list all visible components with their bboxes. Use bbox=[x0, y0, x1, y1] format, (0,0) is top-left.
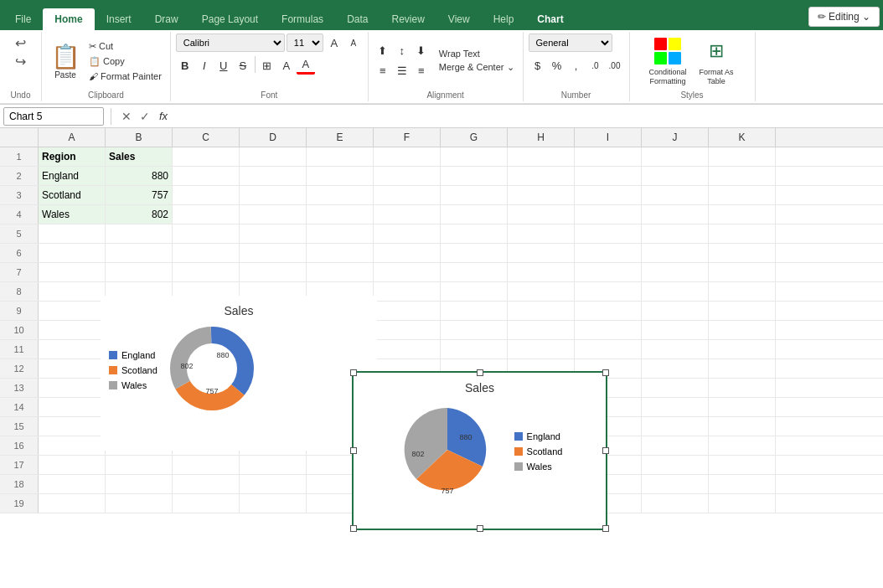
cell-a3[interactable]: Scotland bbox=[39, 186, 106, 204]
cell-h10[interactable] bbox=[508, 321, 575, 339]
cell-d19[interactable] bbox=[240, 494, 307, 513]
cell-e6[interactable] bbox=[307, 244, 374, 262]
cell-c6[interactable] bbox=[173, 244, 240, 262]
handle-tr[interactable] bbox=[602, 369, 609, 376]
copy-button[interactable]: 📋 Copy bbox=[85, 54, 165, 69]
format-table-button[interactable]: ⊞ Format As Table bbox=[695, 36, 737, 86]
editing-button[interactable]: ✏ Editing ⌄ bbox=[808, 7, 880, 27]
cell-e7[interactable] bbox=[307, 263, 374, 281]
cell-a5[interactable] bbox=[39, 224, 106, 243]
cell-k4[interactable] bbox=[709, 205, 776, 224]
handle-bl[interactable] bbox=[350, 525, 357, 532]
cell-j15[interactable] bbox=[642, 417, 709, 436]
bold-button[interactable]: B bbox=[176, 56, 194, 75]
merge-center-button[interactable]: Merge & Center ⌄ bbox=[436, 61, 518, 74]
cell-g5[interactable] bbox=[441, 224, 508, 243]
cell-j7[interactable] bbox=[642, 263, 709, 281]
decrease-decimal-button[interactable]: .0 bbox=[586, 56, 605, 75]
cell-j5[interactable] bbox=[642, 224, 709, 243]
cell-k7[interactable] bbox=[709, 263, 776, 281]
cell-g10[interactable] bbox=[441, 321, 508, 339]
cell-b4[interactable]: 802 bbox=[106, 205, 173, 224]
align-left-button[interactable]: ≡ bbox=[374, 62, 392, 80]
decrease-font-button[interactable]: A bbox=[344, 34, 363, 52]
cell-g6[interactable] bbox=[441, 244, 508, 262]
cell-h3[interactable] bbox=[508, 186, 575, 204]
cell-i5[interactable] bbox=[575, 224, 642, 243]
cell-j11[interactable] bbox=[642, 340, 709, 358]
cell-b18[interactable] bbox=[106, 475, 173, 493]
cut-button[interactable]: ✂ Cut bbox=[85, 39, 165, 54]
cell-k18[interactable] bbox=[709, 475, 776, 493]
cell-h7[interactable] bbox=[508, 263, 575, 281]
cell-i6[interactable] bbox=[575, 244, 642, 262]
cell-g4[interactable] bbox=[441, 205, 508, 224]
cell-c4[interactable] bbox=[173, 205, 240, 224]
col-header-g[interactable]: G bbox=[441, 128, 508, 147]
cell-d3[interactable] bbox=[240, 186, 307, 204]
redo-button[interactable]: ↪ bbox=[8, 52, 34, 70]
handle-tm[interactable] bbox=[477, 369, 483, 376]
strikethrough-button[interactable]: S bbox=[234, 56, 252, 75]
cell-c19[interactable] bbox=[173, 494, 240, 513]
cell-k14[interactable] bbox=[709, 398, 776, 416]
cell-a14[interactable] bbox=[39, 398, 106, 416]
comma-button[interactable]: , bbox=[567, 56, 586, 75]
cell-c1[interactable] bbox=[173, 147, 240, 166]
fx-button[interactable]: fx bbox=[155, 108, 172, 125]
tab-home[interactable]: Home bbox=[43, 8, 94, 30]
cell-k11[interactable] bbox=[709, 340, 776, 358]
cell-b7[interactable] bbox=[106, 263, 173, 281]
cell-b1[interactable]: Sales bbox=[106, 147, 173, 166]
cell-j19[interactable] bbox=[642, 494, 709, 513]
cell-a15[interactable] bbox=[39, 417, 106, 436]
cell-f10[interactable] bbox=[374, 321, 441, 339]
confirm-formula-button[interactable]: ✓ bbox=[137, 108, 153, 125]
cancel-formula-button[interactable]: ✕ bbox=[118, 108, 135, 125]
col-header-c[interactable]: C bbox=[173, 128, 240, 147]
cell-k16[interactable] bbox=[709, 436, 776, 455]
cell-a7[interactable] bbox=[39, 263, 106, 281]
undo-button[interactable]: ↩ bbox=[8, 34, 34, 52]
cell-h5[interactable] bbox=[508, 224, 575, 243]
number-format-select[interactable]: General bbox=[529, 34, 612, 52]
cell-h11[interactable] bbox=[508, 340, 575, 358]
cell-i1[interactable] bbox=[575, 147, 642, 166]
col-header-e[interactable]: E bbox=[307, 128, 374, 147]
cell-j3[interactable] bbox=[642, 186, 709, 204]
cell-a11[interactable] bbox=[39, 340, 106, 358]
cell-k9[interactable] bbox=[709, 302, 776, 320]
cell-k3[interactable] bbox=[709, 186, 776, 204]
cell-f6[interactable] bbox=[374, 244, 441, 262]
cell-i7[interactable] bbox=[575, 263, 642, 281]
cell-j1[interactable] bbox=[642, 147, 709, 166]
tab-review[interactable]: Review bbox=[380, 8, 436, 30]
cell-j12[interactable] bbox=[642, 359, 709, 378]
cell-d7[interactable] bbox=[240, 263, 307, 281]
underline-button[interactable]: U bbox=[214, 56, 233, 75]
align-top-button[interactable]: ⬆ bbox=[374, 42, 392, 60]
cell-b2[interactable]: 880 bbox=[106, 167, 173, 185]
cell-d5[interactable] bbox=[240, 224, 307, 243]
borders-button[interactable]: ⊞ bbox=[258, 56, 276, 75]
pie-chart[interactable]: Sales bbox=[352, 371, 607, 530]
cell-b17[interactable] bbox=[106, 456, 173, 474]
cell-a13[interactable] bbox=[39, 379, 106, 397]
cell-g7[interactable] bbox=[441, 263, 508, 281]
cell-k10[interactable] bbox=[709, 321, 776, 339]
cell-e1[interactable] bbox=[307, 147, 374, 166]
cell-c17[interactable] bbox=[173, 456, 240, 474]
align-right-button[interactable]: ≡ bbox=[412, 62, 431, 80]
cell-a10[interactable] bbox=[39, 321, 106, 339]
cell-f9[interactable] bbox=[374, 302, 441, 320]
cell-h9[interactable] bbox=[508, 302, 575, 320]
cell-k5[interactable] bbox=[709, 224, 776, 243]
cell-i9[interactable] bbox=[575, 302, 642, 320]
cell-k15[interactable] bbox=[709, 417, 776, 436]
cell-b3[interactable]: 757 bbox=[106, 186, 173, 204]
formula-input[interactable] bbox=[175, 107, 880, 126]
cell-e5[interactable] bbox=[307, 224, 374, 243]
cell-d18[interactable] bbox=[240, 475, 307, 493]
increase-font-button[interactable]: A bbox=[325, 34, 343, 52]
cell-f2[interactable] bbox=[374, 167, 441, 185]
